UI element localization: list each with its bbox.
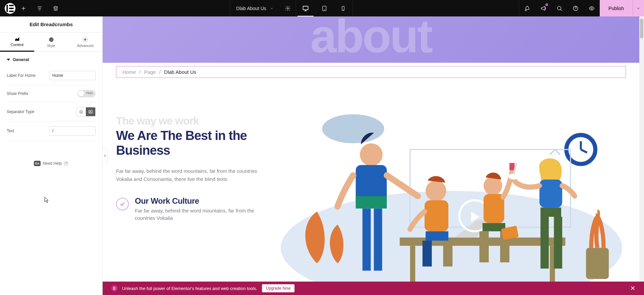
promo-text: Unleash the full power of Elementor's fe… (122, 286, 257, 291)
text-label: Text (7, 129, 14, 133)
check-icon (116, 198, 129, 210)
svg-rect-32 (374, 208, 382, 271)
ea-badge: EA (34, 161, 41, 166)
scrollbar-thumb[interactable] (640, 18, 643, 39)
section-general-toggle[interactable]: General (7, 52, 96, 66)
responsive-desktop[interactable] (296, 0, 315, 16)
svg-rect-0 (6, 5, 8, 12)
elementor-badge-icon: E (111, 285, 117, 291)
whats-new-button[interactable] (535, 0, 551, 16)
svg-point-14 (85, 39, 86, 40)
kicker-text: The way we work (116, 115, 264, 127)
feature-title: Our Work Culture (135, 196, 264, 206)
svg-point-4 (287, 7, 289, 9)
svg-point-21 (322, 114, 384, 143)
svg-rect-1 (9, 5, 13, 6)
svg-point-9 (343, 9, 343, 10)
svg-point-10 (557, 6, 561, 10)
add-widget-button[interactable] (15, 0, 32, 16)
publish-button[interactable]: Publish (600, 0, 633, 16)
responsive-tablet[interactable] (315, 0, 334, 16)
svg-rect-50 (540, 217, 549, 268)
preview-canvas: about Home / Page / Dlab About Us The wa… (103, 16, 644, 295)
tab-style[interactable]: Style (34, 33, 68, 51)
hero-bg-text: about (310, 16, 431, 63)
svg-point-33 (426, 181, 446, 201)
breadcrumb-home: Home (122, 69, 136, 75)
svg-rect-49 (540, 207, 561, 217)
svg-rect-5 (303, 6, 308, 10)
document-title-dropdown[interactable]: Dlab About Us (230, 6, 280, 11)
svg-rect-3 (9, 10, 13, 12)
breadcrumb-current: Dlab About Us (164, 69, 196, 75)
finder-button[interactable] (551, 0, 568, 16)
svg-rect-30 (356, 196, 387, 208)
upgrade-now-button[interactable]: Upgrade Now (262, 284, 294, 292)
notification-dot (545, 3, 548, 6)
help-button[interactable] (568, 0, 584, 16)
publish-options-button[interactable] (633, 0, 644, 16)
label-for-home-input[interactable] (49, 71, 96, 80)
svg-rect-47 (539, 180, 562, 207)
upgrade-promo-bar: E Unleash the full power of Elementor's … (103, 282, 644, 295)
promo-close-button[interactable]: ✕ (630, 285, 635, 292)
lead-text: Far far away, behind the word mountains,… (116, 167, 264, 183)
feature-text: Far far away, behind the word mountains,… (135, 207, 264, 222)
breadcrumb-widget[interactable]: Home / Page / Dlab About Us (116, 66, 626, 78)
section-general-label: General (13, 57, 29, 62)
responsive-mobile[interactable] (334, 0, 353, 16)
site-settings-button[interactable] (32, 0, 48, 16)
need-help-link[interactable]: EA Need Help (7, 161, 96, 166)
top-bar: Dlab About Us Publish (0, 0, 644, 16)
show-prefix-toggle[interactable]: Hide (77, 90, 96, 97)
tab-advanced[interactable]: Advanced (68, 33, 102, 51)
separator-icon-choice[interactable] (76, 107, 86, 116)
page-settings-button[interactable] (280, 0, 296, 16)
svg-rect-31 (363, 208, 371, 271)
separator-type-label: Separator Type (7, 109, 34, 114)
tab-content-label: Content (11, 43, 24, 47)
panel-tabs: Content Style Advanced (0, 33, 102, 52)
separator-text-input[interactable] (49, 126, 96, 136)
launch-button[interactable] (519, 0, 535, 16)
svg-rect-34 (425, 200, 448, 232)
separator-type-choices (76, 107, 96, 116)
svg-rect-37 (443, 241, 452, 266)
breadcrumb-sep: / (159, 69, 161, 75)
document-title: Dlab About Us (236, 6, 266, 11)
structure-button[interactable] (48, 0, 64, 16)
tab-content[interactable]: Content (0, 33, 34, 51)
need-help-label: Need Help (43, 161, 62, 166)
show-prefix-state: Hide (86, 91, 93, 95)
elementor-logo-button[interactable] (5, 3, 15, 14)
svg-rect-35 (426, 231, 448, 241)
editor-sidebar: Edit Breadcrumbs Content Style Advanced (0, 16, 103, 295)
svg-point-28 (360, 143, 383, 166)
svg-point-12 (591, 7, 593, 9)
separator-text-choice[interactable] (86, 107, 95, 116)
panel-title: Edit Breadcrumbs (0, 16, 102, 33)
svg-point-16 (80, 111, 81, 111)
svg-rect-27 (586, 248, 609, 279)
breadcrumb-sep: / (139, 69, 141, 75)
breadcrumb-page: Page (144, 69, 156, 75)
svg-rect-43 (479, 231, 489, 262)
sidebar-collapse-handle[interactable] (103, 148, 107, 163)
headline-text: We Are The Best in the Business (116, 129, 264, 158)
svg-point-17 (82, 111, 82, 111)
svg-rect-51 (554, 217, 562, 268)
show-prefix-label: Show Prefix (7, 91, 28, 96)
preview-button[interactable] (584, 0, 600, 16)
team-illustration (270, 108, 633, 294)
tab-advanced-label: Advanced (77, 44, 94, 48)
svg-rect-41 (509, 163, 515, 170)
svg-rect-2 (9, 8, 13, 9)
hero-section[interactable]: about (103, 16, 639, 63)
svg-point-7 (324, 10, 324, 10)
svg-rect-36 (423, 241, 432, 266)
tab-style-label: Style (47, 44, 55, 48)
canvas-scrollbar[interactable] (639, 16, 644, 295)
label-for-home-label: Label For Home (7, 73, 36, 78)
svg-rect-25 (410, 246, 415, 282)
